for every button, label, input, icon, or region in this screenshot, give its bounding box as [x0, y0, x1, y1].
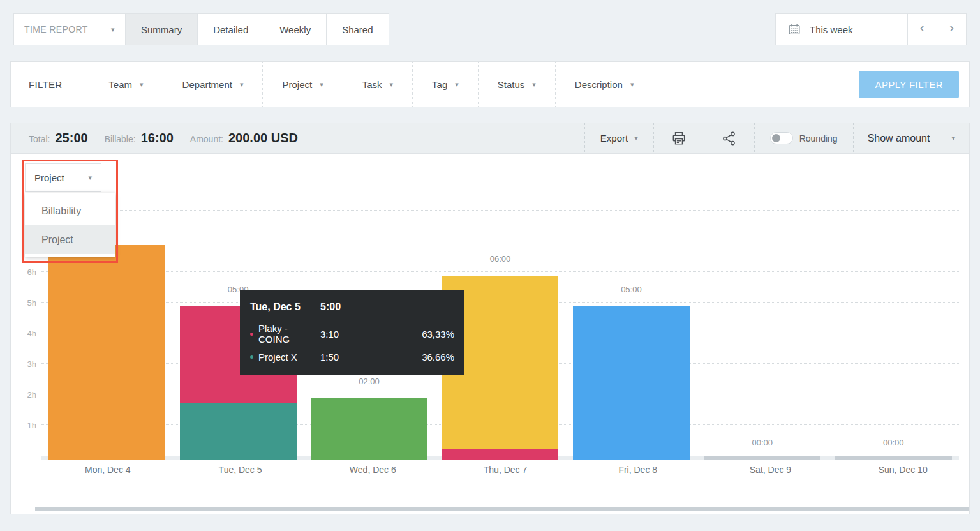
x-axis-label: Thu, Dec 7 [439, 465, 572, 475]
chart-section: Project ▾ Billability Project 1h2h3h4h5h… [11, 154, 969, 511]
stacked-bar[interactable] [48, 245, 165, 460]
x-axis-label: Sun, Dec 10 [836, 465, 969, 475]
summary-bar: Total: 25:00 Billable: 16:00 Amount: 200… [11, 123, 969, 154]
filter-project[interactable]: Project ▾ [262, 62, 342, 107]
zero-hours-bar[interactable] [704, 456, 820, 460]
tooltip-project-time: 1:50 [320, 352, 389, 363]
x-axis-labels: Mon, Dec 4Tue, Dec 5Wed, Dec 6Thu, Dec 7… [41, 465, 969, 475]
tab-shared[interactable]: Shared [326, 13, 389, 45]
plot-area: 05:0002:0006:0005:0000:0000:00 [41, 211, 959, 456]
project-color-bullet [250, 333, 253, 336]
tab-summary-label: Summary [141, 24, 182, 35]
bar-columns: 05:0002:0006:0005:0000:0000:00 [41, 211, 959, 456]
summary-actions: Export ▾ [584, 123, 969, 153]
x-axis-label: Fri, Dec 8 [572, 465, 704, 475]
previous-week-button[interactable]: ‹ [907, 13, 937, 45]
filter-tag[interactable]: Tag ▾ [412, 62, 478, 107]
show-amount-dropdown[interactable]: Show amount ▾ [853, 123, 969, 153]
chart-tooltip: Tue, Dec 5 5:00 Plaky - COING 3:10 63,33… [240, 290, 464, 375]
x-axis-label: Tue, Dec 5 [174, 465, 307, 475]
total-label: Total: [29, 134, 50, 144]
filter-task[interactable]: Task ▾ [343, 62, 412, 107]
filter-task-label: Task [362, 79, 382, 90]
rounding-control: Rounding [754, 123, 853, 153]
time-report-label: TIME REPORT [24, 24, 88, 34]
bar-segment[interactable] [311, 398, 427, 460]
caret-down-icon: ▾ [951, 135, 955, 142]
tab-detailed-label: Detailed [213, 24, 248, 35]
filter-description[interactable]: Description ▾ [555, 62, 654, 107]
filter-department[interactable]: Department ▾ [163, 62, 263, 107]
caret-down-icon: ▾ [240, 81, 244, 88]
filter-department-label: Department [182, 79, 232, 90]
print-icon [671, 130, 687, 147]
tooltip-project-name: Project X [258, 352, 297, 363]
caret-down-icon: ▾ [630, 81, 634, 88]
chart-area: 1h2h3h4h5h6h7h8h 05:0002:0006:0005:0000:… [11, 211, 959, 456]
share-icon [721, 130, 738, 147]
bar-segment[interactable] [180, 403, 297, 460]
bar-value-label: 06:00 [434, 254, 565, 264]
print-button[interactable] [653, 123, 704, 153]
export-label: Export [600, 133, 628, 144]
bar-value-label: 05:00 [566, 285, 697, 294]
project-color-bullet [250, 355, 253, 359]
day-column: 00:00 [828, 211, 959, 456]
bar-segment[interactable] [442, 449, 559, 460]
filter-team[interactable]: Team ▾ [89, 62, 162, 107]
show-amount-label: Show amount [868, 133, 930, 144]
tab-detailed[interactable]: Detailed [197, 13, 264, 45]
filter-description-label: Description [575, 79, 623, 90]
x-axis-label: Wed, Dec 6 [306, 465, 439, 475]
share-button[interactable] [704, 123, 754, 153]
stacked-bar[interactable] [573, 306, 690, 460]
rounding-toggle[interactable] [770, 132, 793, 144]
bar-segment[interactable] [573, 306, 690, 460]
caret-down-icon: ▾ [532, 81, 536, 88]
bar-segment[interactable] [48, 245, 165, 460]
menu-option-billability[interactable]: Billability [25, 197, 115, 225]
chart-grouping-select[interactable]: Project ▾ [25, 163, 101, 192]
time-report-select[interactable]: TIME REPORT ▾ [13, 13, 126, 45]
date-range-picker[interactable]: This week [775, 13, 908, 45]
amount-value: 200.00 USD [228, 131, 298, 146]
filter-project-label: Project [282, 79, 312, 90]
billable-label: Billable: [105, 134, 136, 144]
stacked-bar[interactable] [311, 398, 427, 460]
chart-grouping-value: Project [34, 172, 64, 183]
menu-option-project[interactable]: Project [25, 225, 115, 254]
next-week-button[interactable]: › [937, 13, 967, 45]
tab-weekly[interactable]: Weekly [264, 13, 327, 45]
date-range-label: This week [810, 24, 853, 35]
bar-value-label: 02:00 [304, 377, 434, 386]
report-type-group: TIME REPORT ▾ Summary Detailed Weekly Sh… [13, 13, 389, 45]
caret-down-icon: ▾ [390, 81, 394, 88]
y-axis-tick-label: 4h [11, 329, 36, 338]
caret-down-icon: ▾ [455, 81, 459, 88]
tooltip-project-percent: 63,33% [389, 329, 454, 340]
caret-down-icon: ▾ [320, 81, 323, 88]
y-axis-tick-label: 3h [11, 359, 36, 369]
calendar-icon [787, 22, 801, 36]
filter-status[interactable]: Status ▾ [478, 62, 555, 107]
total-value: 25:00 [55, 131, 87, 146]
tooltip-project-name: Plaky - COING [258, 323, 320, 345]
x-axis-label: Mon, Dec 4 [41, 465, 174, 475]
caret-down-icon: ▾ [140, 81, 144, 88]
x-axis-label: Sat, Dec 9 [704, 465, 837, 475]
tab-summary[interactable]: Summary [125, 13, 198, 45]
horizontal-scrollbar[interactable] [35, 507, 969, 511]
report-card: Total: 25:00 Billable: 16:00 Amount: 200… [10, 123, 970, 514]
filter-team-label: Team [108, 79, 132, 90]
summary-totals: Total: 25:00 Billable: 16:00 Amount: 200… [11, 131, 309, 146]
amount-label: Amount: [190, 134, 223, 144]
bar-value-label: 00:00 [828, 438, 959, 447]
toggle-knob [772, 134, 780, 142]
billable-value: 16:00 [141, 131, 174, 146]
export-dropdown[interactable]: Export ▾ [584, 123, 653, 153]
tooltip-project-percent: 36.66% [389, 352, 454, 363]
zero-hours-bar[interactable] [835, 456, 952, 460]
apply-filter-button[interactable]: APPLY FILTER [859, 71, 959, 98]
filter-tag-label: Tag [432, 79, 447, 90]
tooltip-date: Tue, Dec 5 [250, 301, 320, 313]
